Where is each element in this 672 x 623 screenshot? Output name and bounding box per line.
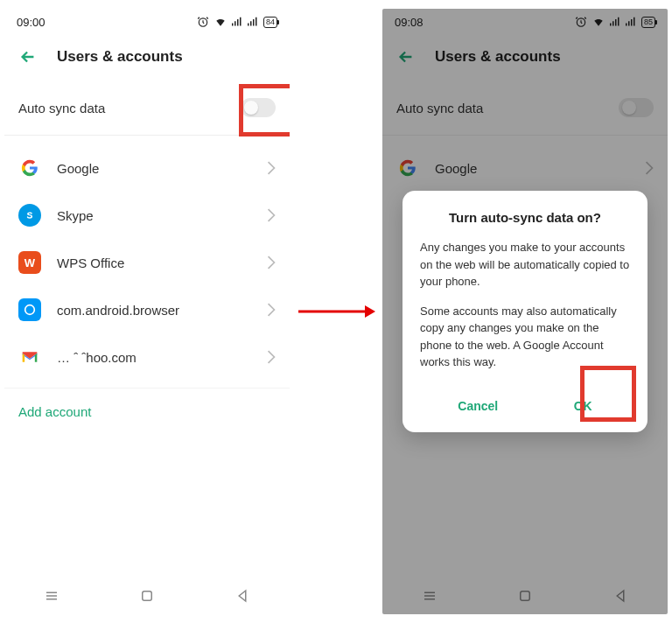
signal-icon-2 bbox=[248, 17, 258, 27]
svg-rect-5 bbox=[248, 24, 249, 26]
dialog-overlay: Turn auto-sync data on? Any changes you … bbox=[382, 9, 668, 614]
nav-back-icon[interactable] bbox=[234, 588, 250, 604]
dialog-body: Any changes you make to your accounts on… bbox=[420, 239, 630, 371]
chevron-right-icon bbox=[267, 161, 276, 175]
wps-icon: W bbox=[18, 251, 41, 274]
svg-rect-3 bbox=[237, 19, 239, 26]
google-icon bbox=[18, 157, 41, 179]
svg-marker-15 bbox=[365, 305, 375, 318]
page-title: Users & accounts bbox=[57, 48, 183, 66]
back-arrow-icon[interactable] bbox=[18, 47, 38, 66]
page-header: Users & accounts bbox=[4, 35, 290, 86]
battery-icon: 84 bbox=[263, 17, 277, 28]
browser-icon bbox=[18, 298, 41, 321]
ok-button[interactable]: OK bbox=[556, 390, 610, 422]
svg-rect-8 bbox=[256, 18, 257, 26]
account-row-browser[interactable]: com.android.browser bbox=[4, 286, 290, 333]
phone-screenshot-left: 09:00 84 Users & accounts Auto sync data bbox=[4, 9, 290, 614]
nav-bar bbox=[4, 578, 290, 614]
account-label: WPS Office bbox=[57, 256, 267, 270]
dialog-paragraph: Some accounts may also automatically cop… bbox=[420, 303, 630, 371]
step-arrow bbox=[297, 303, 375, 320]
skype-icon bbox=[18, 204, 41, 227]
phone-screenshot-right: 09:08 85 Users & accounts Auto sync data bbox=[382, 9, 668, 614]
chevron-right-icon bbox=[267, 350, 276, 364]
account-row-wps[interactable]: W WPS Office bbox=[4, 239, 290, 286]
account-row-gmail[interactable]: … ˆ ˆhoo.com bbox=[4, 333, 290, 381]
svg-rect-6 bbox=[250, 21, 252, 25]
dialog-paragraph: Any changes you make to your accounts on… bbox=[420, 239, 630, 290]
svg-point-9 bbox=[25, 305, 35, 315]
svg-rect-2 bbox=[234, 21, 236, 25]
status-bar: 09:00 84 bbox=[4, 9, 290, 35]
auto-sync-label: Auto sync data bbox=[18, 101, 241, 116]
gmail-icon bbox=[18, 346, 41, 368]
auto-sync-row[interactable]: Auto sync data bbox=[4, 86, 290, 136]
dialog-title: Turn auto-sync data on? bbox=[420, 210, 630, 225]
add-account-button[interactable]: Add account bbox=[4, 388, 290, 435]
account-row-skype[interactable]: Skype bbox=[4, 192, 290, 239]
account-label: Google bbox=[57, 161, 267, 176]
chevron-right-icon bbox=[267, 256, 276, 270]
chevron-right-icon bbox=[267, 303, 276, 317]
account-label: com.android.browser bbox=[57, 303, 267, 318]
status-icons: 84 bbox=[197, 16, 277, 28]
auto-sync-toggle[interactable] bbox=[241, 98, 276, 117]
svg-rect-13 bbox=[143, 592, 152, 601]
cancel-button[interactable]: Cancel bbox=[440, 390, 515, 422]
confirm-dialog: Turn auto-sync data on? Any changes you … bbox=[402, 191, 648, 432]
nav-home-icon[interactable] bbox=[139, 588, 155, 604]
svg-rect-4 bbox=[240, 18, 242, 26]
wifi-icon bbox=[214, 16, 227, 28]
svg-rect-1 bbox=[232, 24, 234, 26]
signal-icon bbox=[232, 17, 242, 27]
svg-rect-7 bbox=[253, 19, 255, 26]
account-label: Skype bbox=[57, 208, 267, 223]
account-label: … ˆ ˆhoo.com bbox=[57, 350, 267, 365]
arrow-right-icon bbox=[297, 303, 375, 320]
nav-recent-icon[interactable] bbox=[44, 588, 60, 604]
status-time: 09:00 bbox=[17, 16, 46, 29]
dialog-actions: Cancel OK bbox=[420, 383, 630, 422]
account-row-google[interactable]: Google bbox=[4, 144, 290, 192]
alarm-icon bbox=[197, 16, 209, 28]
chevron-right-icon bbox=[267, 208, 276, 222]
